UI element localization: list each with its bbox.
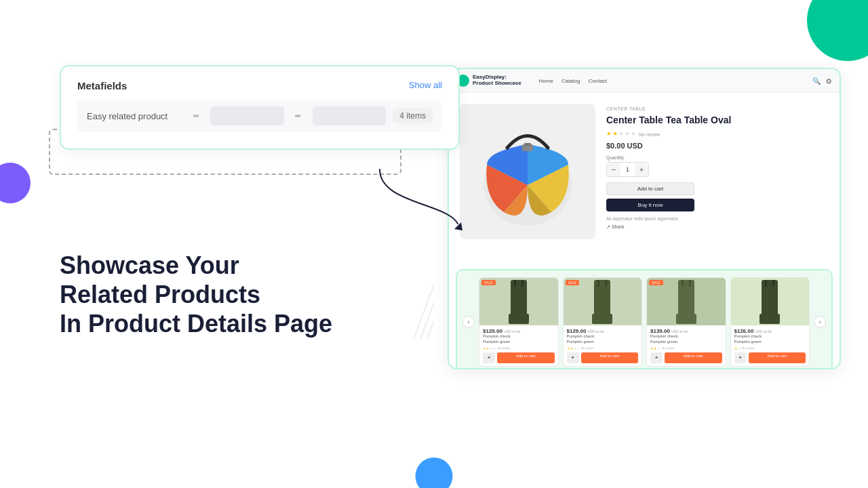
card-actions-2: + Add to cart — [567, 352, 639, 363]
metafields-row-label: Easy related product — [87, 111, 182, 121]
product-category: CENTER TABLE — [606, 106, 829, 111]
card-title-1: Pumpkin checkPumpkin green — [483, 334, 555, 345]
nav-contact[interactable]: Contact — [589, 78, 608, 84]
nav-catalog[interactable]: Catalog — [561, 78, 580, 84]
quantity-control: − 1 + — [606, 162, 649, 177]
svg-rect-9 — [514, 280, 516, 287]
quantity-label: Quantity — [606, 155, 829, 160]
add-cart-button-4[interactable]: Add to cart — [749, 352, 806, 363]
card-title-3: Pumpkin checkPumpkin green — [650, 334, 722, 345]
browser-mockup: EasyDisplay: Product Showcase Home Catal… — [448, 68, 841, 369]
related-product-card-3: SALE $139.00 USD so be Pumpkin checkPump… — [646, 277, 726, 367]
card-body-2: $129.00 USD so be Pumpkin checkPumpkin g… — [564, 325, 642, 366]
svg-rect-22 — [772, 280, 774, 287]
card-title-2: Pumpkin checkPumpkin green — [567, 334, 639, 345]
headline-section: Showcase Your Related Products In Produc… — [60, 251, 332, 339]
metafields-row: Easy related product ✏ ✏ 4 items — [77, 100, 442, 132]
field-bar — [210, 106, 284, 125]
svg-rect-14 — [605, 280, 607, 287]
metafields-title: Metafields — [77, 80, 442, 92]
card-actions-1: + Add to cart — [483, 352, 555, 363]
svg-rect-7 — [511, 280, 527, 317]
share-link[interactable]: ↗ Share — [606, 224, 829, 230]
related-product-card-4: $126.00 USD so be Pumpkin checkPumpkin g… — [730, 277, 810, 367]
search-icon[interactable]: 🔍 — [812, 77, 821, 85]
nav-home[interactable]: Home — [539, 78, 553, 84]
wishlist-button-4[interactable]: + — [734, 352, 747, 363]
no-review-text: No review — [639, 132, 660, 137]
card-image-2: SALE — [564, 278, 642, 325]
svg-rect-19 — [762, 280, 778, 317]
svg-rect-18 — [689, 280, 691, 287]
carousel-next-button[interactable]: › — [814, 316, 826, 328]
edit-icon-1[interactable]: ✏ — [189, 108, 203, 123]
product-details: CENTER TABLE Center Table Tea Table Oval… — [606, 104, 829, 258]
svg-rect-12 — [592, 314, 612, 324]
svg-rect-20 — [760, 314, 780, 324]
product-description: Ab asperiatur nulla ipsum aspernatur — [606, 216, 829, 222]
field-bar-2 — [313, 106, 387, 125]
cart-icon[interactable]: ⊙ — [826, 77, 831, 85]
card-body-4: $126.00 USD so be Pumpkin checkPumpkin g… — [731, 325, 810, 366]
nav-links: Home Catalog Contact — [539, 78, 608, 84]
svg-rect-15 — [678, 280, 694, 317]
product-image — [460, 104, 595, 239]
svg-rect-16 — [676, 314, 696, 324]
add-cart-button-2[interactable]: Add to cart — [581, 352, 639, 363]
quantity-decrease[interactable]: − — [607, 163, 620, 176]
star-3: ★ — [618, 130, 624, 137]
star-4: ★ — [625, 130, 630, 137]
show-all-link[interactable]: Show all — [409, 80, 442, 90]
card-image-3: SALE — [647, 278, 726, 325]
add-cart-button-1[interactable]: Add to cart — [497, 352, 555, 363]
carousel-prev-button[interactable]: ‹ — [462, 316, 475, 328]
wishlist-button-2[interactable]: + — [567, 352, 579, 363]
card-badge-2: SALE — [566, 280, 580, 285]
svg-rect-17 — [682, 280, 684, 287]
svg-rect-8 — [509, 314, 529, 324]
blue-circle-decoration — [416, 458, 453, 488]
svg-rect-6 — [524, 143, 531, 146]
card-stars-2: ★★ ★★ No review — [567, 346, 639, 350]
card-actions-3: + Add to cart — [650, 352, 722, 363]
card-stars-4: ★ ★ No review — [734, 346, 806, 350]
headline-text: Showcase Your Related Products In Produc… — [60, 251, 332, 339]
product-stars: ★ ★ ★ ★ ★ — [606, 130, 636, 137]
related-product-card-1: SALE $129.00 USD so be Pumpkin checkPump… — [479, 277, 559, 367]
product-price: $0.00 USD — [606, 142, 829, 150]
star-5: ★ — [631, 130, 636, 137]
items-badge: 4 items — [393, 108, 433, 123]
card-stars-1: ★★ ★★ No review — [483, 346, 555, 350]
nav-icons: 🔍 ⊙ — [812, 77, 831, 85]
wishlist-button-3[interactable]: + — [650, 352, 663, 363]
product-name: Center Table Tea Table Oval — [606, 114, 829, 126]
svg-rect-21 — [765, 280, 767, 287]
card-title-4: Pumpkin checkPumpkin green — [734, 334, 806, 345]
card-image-4 — [731, 278, 810, 325]
quantity-increase[interactable]: + — [635, 163, 648, 176]
edit-icon-2[interactable]: ✏ — [291, 108, 306, 123]
card-badge-3: SALE — [649, 280, 663, 285]
logo-text: EasyDisplay: Product Showcase — [473, 75, 521, 87]
svg-rect-11 — [594, 280, 610, 317]
svg-line-1 — [420, 285, 434, 339]
card-price-3: $139.00 USD so be — [650, 328, 722, 334]
wishlist-button-1[interactable]: + — [483, 352, 495, 363]
svg-rect-13 — [597, 280, 599, 287]
card-stars-3: ★★ ★ No review — [650, 346, 722, 350]
add-cart-button-3[interactable]: Add to cart — [665, 352, 722, 363]
related-products-section: ‹ SALE $129.00 USD so be Pumpkin checkPu… — [456, 269, 833, 369]
card-actions-4: + Add to cart — [734, 352, 806, 363]
buy-now-button[interactable]: Buy it now — [606, 199, 694, 211]
star-1: ★ — [606, 130, 612, 137]
svg-rect-10 — [521, 280, 524, 287]
related-product-card-2: SALE $129.00 USD so be Pumpkin checkPump… — [563, 277, 643, 367]
card-body-1: $129.00 USD so be Pumpkin checkPumpkin g… — [479, 325, 558, 366]
card-price-4: $126.00 USD so be — [734, 328, 806, 334]
card-image-1: SALE — [479, 278, 558, 325]
card-badge-1: SALE — [481, 280, 496, 285]
add-to-cart-button[interactable]: Add to cart — [606, 182, 694, 195]
card-price-2: $129.00 USD so be — [567, 328, 639, 334]
diagonal-lines-decoration — [414, 285, 434, 342]
product-area: CENTER TABLE Center Table Tea Table Oval… — [449, 93, 840, 269]
